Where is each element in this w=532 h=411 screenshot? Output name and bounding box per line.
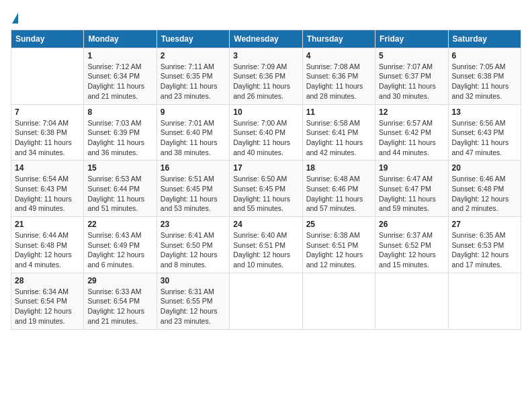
calendar-cell: 2Sunrise: 7:11 AMSunset: 6:35 PMDaylight… (157, 48, 229, 104)
day-info: Sunrise: 6:34 AMSunset: 6:54 PMDaylight:… (15, 287, 80, 326)
day-info: Sunrise: 6:44 AMSunset: 6:48 PMDaylight:… (15, 230, 80, 270)
day-number: 21 (15, 220, 80, 229)
day-info: Sunrise: 6:38 AMSunset: 6:51 PMDaylight:… (306, 230, 371, 270)
calendar-week-row: 21Sunrise: 6:44 AMSunset: 6:48 PMDayligh… (11, 217, 521, 273)
day-number: 7 (15, 107, 80, 117)
calendar-cell: 5Sunrise: 7:07 AMSunset: 6:37 PMDaylight… (375, 48, 448, 104)
day-info: Sunrise: 6:51 AMSunset: 6:45 PMDaylight:… (161, 174, 226, 214)
calendar-cell: 30Sunrise: 6:31 AMSunset: 6:55 PMDayligh… (157, 273, 229, 329)
logo (11, 11, 18, 24)
calendar-cell: 7Sunrise: 7:04 AMSunset: 6:38 PMDaylight… (11, 104, 84, 161)
calendar-cell: 4Sunrise: 7:08 AMSunset: 6:36 PMDaylight… (302, 48, 375, 104)
day-number: 2 (161, 51, 226, 60)
calendar-cell: 11Sunrise: 6:58 AMSunset: 6:41 PMDayligh… (302, 104, 375, 161)
calendar-cell (302, 273, 375, 329)
calendar-week-row: 7Sunrise: 7:04 AMSunset: 6:38 PMDaylight… (11, 104, 521, 161)
calendar-week-row: 1Sunrise: 7:12 AMSunset: 6:34 PMDaylight… (11, 48, 521, 104)
header-day: Sunday (11, 30, 84, 48)
calendar-cell (230, 273, 302, 329)
calendar-cell: 13Sunrise: 6:56 AMSunset: 6:43 PMDayligh… (448, 104, 521, 161)
calendar-cell: 20Sunrise: 6:46 AMSunset: 6:48 PMDayligh… (448, 161, 521, 217)
day-number: 15 (87, 163, 152, 173)
calendar-week-row: 28Sunrise: 6:34 AMSunset: 6:54 PMDayligh… (11, 273, 521, 329)
day-number: 29 (87, 276, 152, 285)
header-day: Monday (84, 30, 157, 48)
page-header (11, 11, 521, 24)
day-info: Sunrise: 7:11 AMSunset: 6:35 PMDaylight:… (161, 62, 226, 101)
day-number: 5 (379, 51, 444, 60)
calendar-cell: 8Sunrise: 7:03 AMSunset: 6:39 PMDaylight… (84, 104, 157, 161)
calendar-cell: 1Sunrise: 7:12 AMSunset: 6:34 PMDaylight… (84, 48, 157, 104)
calendar-cell: 15Sunrise: 6:53 AMSunset: 6:44 PMDayligh… (84, 161, 157, 217)
day-info: Sunrise: 6:40 AMSunset: 6:51 PMDaylight:… (233, 230, 298, 270)
day-number: 13 (452, 107, 517, 117)
calendar-body: 1Sunrise: 7:12 AMSunset: 6:34 PMDaylight… (11, 48, 521, 329)
day-number: 4 (306, 51, 371, 60)
day-info: Sunrise: 6:43 AMSunset: 6:49 PMDaylight:… (87, 230, 152, 270)
day-number: 27 (452, 220, 517, 229)
calendar-cell: 6Sunrise: 7:05 AMSunset: 6:38 PMDaylight… (448, 48, 521, 104)
calendar-cell (11, 48, 84, 104)
day-info: Sunrise: 7:05 AMSunset: 6:38 PMDaylight:… (452, 62, 517, 101)
day-info: Sunrise: 6:47 AMSunset: 6:47 PMDaylight:… (379, 174, 444, 214)
day-number: 22 (87, 220, 152, 229)
calendar-cell: 18Sunrise: 6:48 AMSunset: 6:46 PMDayligh… (302, 161, 375, 217)
day-number: 30 (161, 276, 226, 285)
header-day: Saturday (448, 30, 521, 48)
day-number: 28 (15, 276, 80, 285)
day-number: 8 (87, 107, 152, 117)
header-day: Wednesday (230, 30, 302, 48)
day-info: Sunrise: 7:01 AMSunset: 6:40 PMDaylight:… (161, 118, 226, 158)
header-row: SundayMondayTuesdayWednesdayThursdayFrid… (11, 30, 521, 48)
day-number: 12 (379, 107, 444, 117)
header-day: Thursday (302, 30, 375, 48)
day-info: Sunrise: 7:00 AMSunset: 6:40 PMDaylight:… (233, 118, 298, 158)
calendar-cell: 16Sunrise: 6:51 AMSunset: 6:45 PMDayligh… (157, 161, 229, 217)
calendar-cell (375, 273, 448, 329)
day-number: 9 (161, 107, 226, 117)
calendar-cell: 9Sunrise: 7:01 AMSunset: 6:40 PMDaylight… (157, 104, 229, 161)
day-info: Sunrise: 6:33 AMSunset: 6:54 PMDaylight:… (87, 287, 152, 326)
calendar-cell (448, 273, 521, 329)
day-info: Sunrise: 7:08 AMSunset: 6:36 PMDaylight:… (306, 62, 371, 101)
day-number: 25 (306, 220, 371, 229)
calendar-cell: 19Sunrise: 6:47 AMSunset: 6:47 PMDayligh… (375, 161, 448, 217)
calendar-header: SundayMondayTuesdayWednesdayThursdayFrid… (11, 30, 521, 48)
calendar-cell: 10Sunrise: 7:00 AMSunset: 6:40 PMDayligh… (230, 104, 302, 161)
day-number: 26 (379, 220, 444, 229)
calendar-cell: 22Sunrise: 6:43 AMSunset: 6:49 PMDayligh… (84, 217, 157, 273)
day-info: Sunrise: 7:09 AMSunset: 6:36 PMDaylight:… (233, 62, 298, 101)
calendar-cell: 21Sunrise: 6:44 AMSunset: 6:48 PMDayligh… (11, 217, 84, 273)
day-number: 24 (233, 220, 298, 229)
day-info: Sunrise: 6:37 AMSunset: 6:52 PMDaylight:… (379, 230, 444, 270)
day-info: Sunrise: 6:56 AMSunset: 6:43 PMDaylight:… (452, 118, 517, 158)
day-number: 3 (233, 51, 298, 60)
day-info: Sunrise: 6:31 AMSunset: 6:55 PMDaylight:… (161, 287, 226, 326)
day-info: Sunrise: 6:41 AMSunset: 6:50 PMDaylight:… (161, 230, 226, 270)
day-number: 6 (452, 51, 517, 60)
calendar-cell: 26Sunrise: 6:37 AMSunset: 6:52 PMDayligh… (375, 217, 448, 273)
logo-triangle-icon (12, 13, 18, 24)
day-info: Sunrise: 6:54 AMSunset: 6:43 PMDaylight:… (15, 174, 80, 214)
day-number: 17 (233, 163, 298, 173)
day-info: Sunrise: 7:04 AMSunset: 6:38 PMDaylight:… (15, 118, 80, 158)
day-number: 10 (233, 107, 298, 117)
day-info: Sunrise: 6:57 AMSunset: 6:42 PMDaylight:… (379, 118, 444, 158)
calendar-cell: 17Sunrise: 6:50 AMSunset: 6:45 PMDayligh… (230, 161, 302, 217)
calendar-table: SundayMondayTuesdayWednesdayThursdayFrid… (11, 30, 521, 330)
calendar-cell: 24Sunrise: 6:40 AMSunset: 6:51 PMDayligh… (230, 217, 302, 273)
day-number: 19 (379, 163, 444, 173)
day-info: Sunrise: 6:35 AMSunset: 6:53 PMDaylight:… (452, 230, 517, 270)
day-info: Sunrise: 7:07 AMSunset: 6:37 PMDaylight:… (379, 62, 444, 101)
header-day: Friday (375, 30, 448, 48)
calendar-cell: 25Sunrise: 6:38 AMSunset: 6:51 PMDayligh… (302, 217, 375, 273)
calendar-week-row: 14Sunrise: 6:54 AMSunset: 6:43 PMDayligh… (11, 161, 521, 217)
day-info: Sunrise: 7:03 AMSunset: 6:39 PMDaylight:… (87, 118, 152, 158)
day-number: 20 (452, 163, 517, 173)
calendar-cell: 28Sunrise: 6:34 AMSunset: 6:54 PMDayligh… (11, 273, 84, 329)
day-number: 16 (161, 163, 226, 173)
day-info: Sunrise: 7:12 AMSunset: 6:34 PMDaylight:… (87, 62, 152, 101)
day-info: Sunrise: 6:58 AMSunset: 6:41 PMDaylight:… (306, 118, 371, 158)
day-number: 1 (87, 51, 152, 60)
day-info: Sunrise: 6:50 AMSunset: 6:45 PMDaylight:… (233, 174, 298, 214)
